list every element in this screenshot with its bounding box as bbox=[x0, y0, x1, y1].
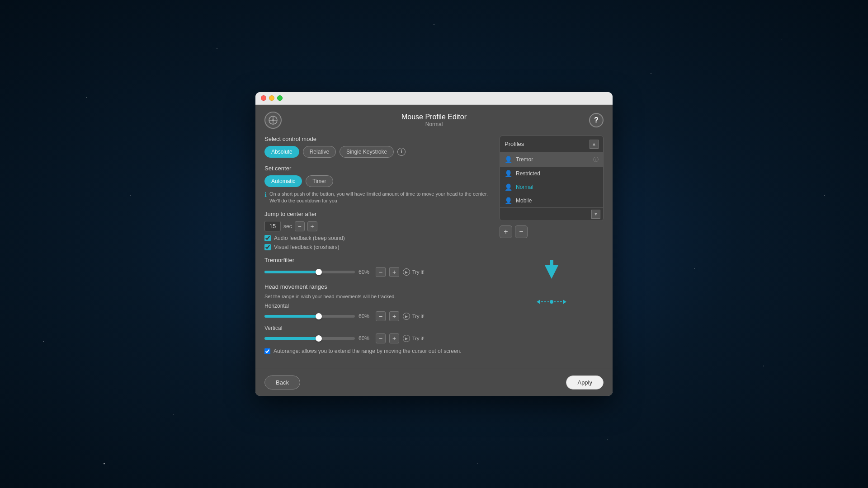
tremorfilter-fill bbox=[264, 271, 319, 273]
tremorfilter-label: Tremorfilter bbox=[264, 257, 492, 263]
horizontal-range-visual bbox=[536, 294, 567, 312]
app-subtitle: Normal bbox=[401, 121, 467, 127]
autorange-checkbox[interactable] bbox=[264, 348, 270, 354]
tremorfilter-increment-button[interactable]: + bbox=[389, 267, 399, 277]
jump-row: 15 sec − + bbox=[264, 221, 492, 231]
profiles-actions: + − bbox=[500, 225, 604, 238]
tremorfilter-slider[interactable] bbox=[264, 270, 355, 274]
horizontal-thumb[interactable] bbox=[316, 313, 322, 319]
profile-tremor-icon: 👤 bbox=[505, 156, 512, 163]
vertical-range-visual bbox=[538, 256, 565, 285]
horizontal-slider[interactable] bbox=[264, 314, 355, 318]
profile-tremor-name: Tremor bbox=[516, 156, 590, 163]
profile-normal-icon: 👤 bbox=[505, 183, 512, 191]
help-icon: ? bbox=[594, 116, 599, 124]
remove-profile-button[interactable]: − bbox=[515, 225, 528, 238]
footer: Back Apply bbox=[255, 369, 613, 396]
maximize-button[interactable] bbox=[277, 95, 283, 101]
traffic-lights bbox=[261, 95, 283, 101]
horizontal-try-it-button[interactable]: ▶ Try it! bbox=[403, 313, 425, 320]
horizontal-slider-row: 60% − + ▶ Try it! bbox=[264, 311, 492, 321]
visual-feedback-checkbox[interactable] bbox=[264, 244, 271, 250]
app-title: Mouse Profile Editor bbox=[401, 113, 467, 121]
horizontal-range-arrow-svg bbox=[536, 294, 567, 310]
horizontal-track bbox=[264, 315, 355, 318]
add-profile-button[interactable]: + bbox=[500, 225, 512, 238]
jump-increment-button[interactable]: + bbox=[307, 221, 317, 231]
jump-value-input[interactable]: 15 bbox=[264, 221, 281, 231]
apply-button[interactable]: Apply bbox=[566, 375, 604, 389]
visual-feedback-label: Visual feedback (croshairs) bbox=[274, 244, 340, 250]
close-button[interactable] bbox=[261, 95, 266, 101]
set-center-label: Set center bbox=[264, 165, 492, 172]
head-movement-label: Head movement ranges bbox=[264, 283, 492, 290]
help-button[interactable]: ? bbox=[589, 113, 604, 127]
jump-section: Jump to center after 15 sec − + Audio fe… bbox=[264, 211, 492, 250]
content-area: Mouse Profile Editor Normal ? Select con… bbox=[255, 105, 613, 396]
profile-item-normal[interactable]: 👤 Normal bbox=[500, 180, 603, 194]
jump-label: Jump to center after bbox=[264, 211, 492, 217]
right-panel: Profiles ▲ 👤 Tremor ⓘ 👤 Restricted bbox=[500, 136, 604, 360]
autorange-label: Autorange: allows you to extend the rang… bbox=[274, 348, 462, 354]
svg-marker-9 bbox=[563, 300, 566, 304]
info-circle-icon: ℹ bbox=[264, 191, 267, 198]
head-movement-section: Head movement ranges Set the range in wi… bbox=[264, 283, 492, 354]
vertical-slider-row: 60% − + ▶ Try it! bbox=[264, 333, 492, 343]
header-title: Mouse Profile Editor Normal bbox=[401, 113, 467, 127]
left-panel: Select control mode Absolute Relative Si… bbox=[264, 136, 492, 360]
vertical-try-it-button[interactable]: ▶ Try it! bbox=[403, 335, 425, 342]
svg-rect-5 bbox=[550, 260, 553, 266]
control-mode-label: Select control mode bbox=[264, 136, 492, 142]
vertical-decrement-button[interactable]: − bbox=[376, 333, 386, 343]
vertical-track bbox=[264, 337, 355, 340]
absolute-button[interactable]: Absolute bbox=[264, 146, 299, 158]
single-keystroke-button[interactable]: Single Keystroke bbox=[340, 146, 394, 158]
set-center-row: Automatic Timer bbox=[264, 175, 492, 187]
tremorfilter-pct: 60% bbox=[359, 269, 372, 275]
vertical-range-arrow-svg bbox=[538, 256, 565, 283]
tremorfilter-thumb[interactable] bbox=[316, 269, 322, 275]
vertical-fill bbox=[264, 337, 319, 340]
vertical-slider[interactable] bbox=[264, 337, 355, 340]
horizontal-try-it-label: Try it! bbox=[412, 314, 425, 319]
horizontal-fill bbox=[264, 315, 319, 318]
header: Mouse Profile Editor Normal ? bbox=[255, 105, 613, 136]
tremorfilter-try-it-button[interactable]: ▶ Try it! bbox=[403, 268, 425, 276]
profile-normal-name: Normal bbox=[516, 184, 599, 190]
control-mode-info-icon[interactable]: ℹ bbox=[397, 148, 406, 156]
tremorfilter-decrement-button[interactable]: − bbox=[376, 267, 386, 277]
audio-feedback-checkbox[interactable] bbox=[264, 235, 271, 241]
set-center-info-text: On a short push of the button, you will … bbox=[269, 191, 492, 205]
titlebar bbox=[255, 92, 613, 105]
vertical-increment-button[interactable]: + bbox=[389, 333, 399, 343]
head-movement-desc: Set the range in wich your head movement… bbox=[264, 294, 492, 299]
profile-item-mobile[interactable]: 👤 Mobile bbox=[500, 194, 603, 207]
tremorfilter-track bbox=[264, 271, 355, 273]
audio-feedback-row: Audio feedback (beep sound) bbox=[264, 235, 492, 241]
audio-feedback-label: Audio feedback (beep sound) bbox=[274, 235, 345, 241]
horizontal-increment-button[interactable]: + bbox=[389, 311, 399, 321]
vertical-try-it-label: Try it! bbox=[412, 336, 425, 341]
jump-decrement-button[interactable]: − bbox=[295, 221, 305, 231]
back-button[interactable]: Back bbox=[264, 375, 300, 389]
svg-point-3 bbox=[272, 119, 274, 121]
set-center-section: Set center Automatic Timer ℹ On a short … bbox=[264, 165, 492, 205]
profiles-panel: Profiles ▲ 👤 Tremor ⓘ 👤 Restricted bbox=[500, 136, 604, 221]
profiles-scroll-up-button[interactable]: ▲ bbox=[590, 140, 599, 149]
set-center-info-box: ℹ On a short push of the button, you wil… bbox=[264, 191, 492, 205]
horizontal-label: Horizontal bbox=[264, 303, 492, 309]
timer-button[interactable]: Timer bbox=[306, 175, 333, 187]
relative-button[interactable]: Relative bbox=[303, 146, 336, 158]
profile-tremor-info-button[interactable]: ⓘ bbox=[593, 156, 599, 164]
vertical-thumb[interactable] bbox=[316, 335, 322, 342]
profile-mobile-icon: 👤 bbox=[505, 197, 512, 204]
profile-item-tremor[interactable]: 👤 Tremor ⓘ bbox=[500, 153, 603, 167]
profiles-scroll-down-button[interactable]: ▼ bbox=[591, 210, 600, 219]
profile-item-restricted[interactable]: 👤 Restricted bbox=[500, 167, 603, 180]
minimize-button[interactable] bbox=[269, 95, 274, 101]
horizontal-pct: 60% bbox=[359, 313, 372, 319]
svg-marker-8 bbox=[537, 300, 540, 304]
horizontal-decrement-button[interactable]: − bbox=[376, 311, 386, 321]
automatic-button[interactable]: Automatic bbox=[264, 175, 302, 187]
tremorfilter-try-it-label: Try it! bbox=[412, 269, 425, 275]
